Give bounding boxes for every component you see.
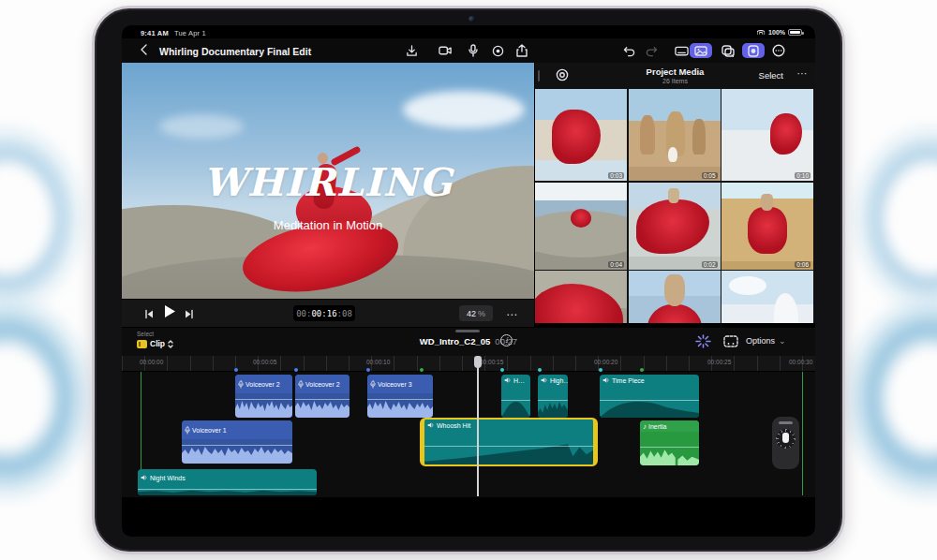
record-icon[interactable] — [489, 43, 506, 58]
video-subtitle-overlay: Meditation in Motion — [122, 218, 534, 232]
timeline-header: Select Clip WD_Intro_C2_0500:27 i — [122, 328, 815, 356]
jog-wheel-toggle-icon[interactable] — [742, 43, 765, 58]
timeline-clip[interactable]: Voiceover 1 — [182, 420, 292, 464]
transport-bar: 00:00:16:08 42% ⋯ — [122, 299, 534, 327]
redo-icon[interactable] — [643, 43, 660, 58]
timeline-clip[interactable]: Voiceover 2 — [235, 375, 292, 418]
ruler-label: 00:00:20 — [594, 359, 617, 365]
ruler-label: 00:00:05 — [253, 359, 276, 365]
effects-icon[interactable] — [720, 43, 736, 58]
top-toolbar: Whirling Documentary Final Edit — [122, 38, 815, 63]
timeline-clip[interactable]: H… — [501, 375, 530, 418]
front-camera — [468, 16, 475, 22]
range-end-marker — [802, 372, 803, 495]
timecode-display[interactable]: 00:00:16:08 — [293, 305, 355, 321]
share-icon[interactable] — [513, 43, 530, 58]
timeline-clip[interactable]: Voiceover 2 — [295, 375, 350, 418]
cloud — [403, 91, 525, 128]
ruler-label: 00:00:30 — [789, 359, 812, 365]
select-button[interactable]: Select — [759, 70, 783, 81]
media-thumbnail[interactable] — [629, 271, 721, 323]
ruler-label: 00:00:00 — [140, 359, 163, 365]
timeline-clip[interactable]: High… — [538, 375, 568, 418]
timeline-panel: Select Clip WD_Intro_C2_0500:27 i — [122, 327, 815, 497]
video-title-overlay: WHIRLING — [122, 160, 534, 205]
selected-clip-info: WD_Intro_C2_0500:27 — [122, 336, 815, 346]
cloud — [159, 114, 244, 139]
snapping-icon[interactable] — [695, 334, 711, 352]
media-thumbnail[interactable] — [535, 271, 627, 323]
timeline-clips-area[interactable]: Voiceover 2 Voiceover 2 Voiceover 3 H… — [122, 372, 815, 497]
ruler-label: 00:00:25 — [707, 359, 731, 365]
timeline-clip[interactable]: ♪Inertia — [640, 420, 699, 465]
options-button[interactable]: Options⌄ — [746, 336, 786, 346]
import-icon[interactable] — [403, 43, 420, 58]
info-icon[interactable]: i — [500, 334, 513, 346]
media-thumbnail[interactable]: 0:10 — [721, 89, 813, 181]
timeline-clip[interactable]: Night Winds — [138, 469, 317, 495]
status-bar: 9:41 AMTue Apr 1 100% — [122, 25, 815, 38]
battery-icon — [788, 29, 802, 36]
project-media-panel: Project Media 26 Items Select ⋯ 0:03 0:0… — [535, 63, 815, 323]
media-thumbnail[interactable]: 0:03 — [535, 89, 627, 181]
media-grid: 0:03 0:05 0:10 0:04 — [535, 89, 815, 323]
clock: 9:41 AM — [141, 29, 169, 37]
skip-back-icon[interactable] — [144, 306, 155, 323]
skip-forward-icon[interactable] — [184, 306, 194, 323]
battery-percent: 100% — [768, 29, 785, 36]
timeline-clip[interactable]: Time Piece — [600, 375, 699, 418]
media-thumbnail[interactable]: 0:04 — [535, 183, 627, 270]
keyboard-icon[interactable] — [673, 43, 690, 58]
viewer-more-icon[interactable]: ⋯ — [506, 308, 518, 321]
project-title: Whirling Documentary Final Edit — [159, 46, 311, 57]
media-more-icon[interactable]: ⋯ — [797, 67, 809, 80]
media-browser-icon[interactable] — [690, 43, 712, 58]
media-thumbnail[interactable]: 0:06 — [721, 183, 813, 270]
mic-icon[interactable] — [465, 43, 482, 58]
back-button[interactable] — [139, 43, 148, 60]
final-cut-pro-screen: 9:41 AMTue Apr 1 100% Whirling Documenta… — [122, 25, 815, 537]
media-thumbnail[interactable]: 0:05 — [629, 89, 721, 181]
decorative-arc — [832, 281, 937, 515]
more-icon[interactable] — [770, 43, 787, 58]
clip-skimmer-icon[interactable] — [723, 334, 738, 351]
wifi-icon — [756, 28, 766, 36]
camera-icon[interactable] — [437, 43, 454, 58]
play-button[interactable] — [163, 304, 176, 322]
ruler-label: 00:00:15 — [480, 359, 503, 365]
jog-wheel-dial[interactable] — [776, 429, 796, 449]
zoom-level-control[interactable]: 42% — [459, 305, 493, 321]
jog-wheel-handle[interactable] — [779, 421, 793, 424]
viewer[interactable]: WHIRLING Meditation in Motion — [122, 63, 534, 299]
undo-icon[interactable] — [620, 43, 637, 58]
ipad-device: 9:41 AMTue Apr 1 100% Whirling Documenta… — [92, 6, 845, 554]
date: Tue Apr 1 — [174, 29, 206, 37]
marketing-page: 9:41 AMTue Apr 1 100% Whirling Documenta… — [0, 0, 937, 560]
timeline-clip[interactable]: Voiceover 3 — [367, 375, 433, 418]
media-thumbnail[interactable] — [721, 271, 813, 323]
ruler-label: 00:00:10 — [366, 359, 390, 365]
jog-wheel[interactable] — [772, 417, 799, 469]
media-panel-header: Project Media 26 Items Select ⋯ — [535, 63, 815, 89]
timeline-clip-selected[interactable]: Whoosh Hit — [420, 418, 598, 466]
decorative-arc — [0, 281, 105, 515]
playhead[interactable] — [477, 356, 479, 496]
timeline-ruler[interactable]: 00:00:00 00:00:05 00:00:10 00:00:15 00:0… — [122, 356, 815, 372]
selected-clip-name: WD_Intro_C2_05 — [420, 336, 491, 346]
media-thumbnail[interactable]: 0:02 — [629, 183, 721, 270]
